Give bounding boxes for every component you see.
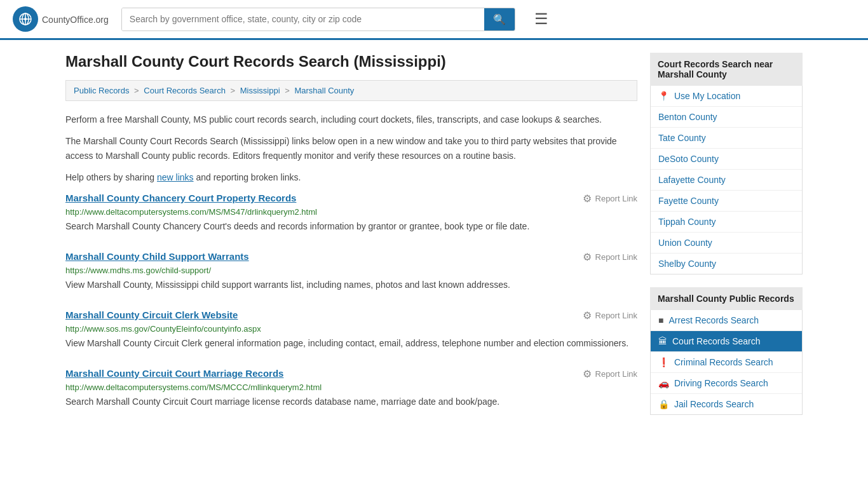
result-url: http://www.deltacomputersystems.com/MS/M… bbox=[65, 207, 637, 217]
result-item: Marshall County Child Support Warrants ⚙… bbox=[65, 251, 637, 292]
jail-records-link[interactable]: Jail Records Search bbox=[674, 399, 754, 409]
public-records-header: Marshall County Public Records bbox=[650, 287, 803, 310]
sidebar-item-fayette[interactable]: Fayette County bbox=[651, 191, 802, 212]
content-area: Marshall County Court Records Search (Mi… bbox=[65, 53, 637, 428]
breadcrumb-marshall-county[interactable]: Marshall County bbox=[294, 86, 354, 95]
search-icon: 🔍 bbox=[493, 14, 506, 25]
sidebar-item-lafayette[interactable]: Lafayette County bbox=[651, 170, 802, 191]
report-link[interactable]: ⚙ Report Link bbox=[583, 309, 637, 322]
result-url: http://www.sos.ms.gov/CountyEleinfo/coun… bbox=[65, 324, 637, 334]
new-links-link[interactable]: new links bbox=[157, 172, 194, 182]
sidebar-item-arrest-records[interactable]: ■ Arrest Records Search bbox=[651, 310, 802, 331]
site-header: CountyOffice.org 🔍 ☰ bbox=[0, 0, 868, 40]
page-title: Marshall County Court Records Search (Mi… bbox=[65, 53, 637, 71]
report-icon: ⚙ bbox=[583, 193, 592, 205]
driving-records-icon: 🚗 bbox=[658, 378, 669, 388]
criminal-records-icon: ❗ bbox=[658, 357, 669, 367]
result-item: Marshall County Chancery Court Property … bbox=[65, 193, 637, 233]
logo-text: CountyOffice.org bbox=[42, 13, 109, 26]
nearby-section: Court Records Search near Marshall Count… bbox=[650, 53, 803, 274]
sidebar-item-criminal-records[interactable]: ❗ Criminal Records Search bbox=[651, 352, 802, 373]
result-url: https://www.mdhs.ms.gov/child-support/ bbox=[65, 266, 637, 275]
tippah-county-link[interactable]: Tippah County bbox=[658, 217, 716, 227]
result-item: Marshall County Circuit Court Marriage R… bbox=[65, 368, 637, 409]
report-icon: ⚙ bbox=[583, 368, 592, 380]
report-link[interactable]: ⚙ Report Link bbox=[583, 193, 637, 205]
main-container: Marshall County Court Records Search (Mi… bbox=[53, 40, 815, 440]
nearby-list: 📍 Use My Location Benton County Tate Cou… bbox=[650, 86, 803, 274]
description-1: Perform a free Marshall County, MS publi… bbox=[65, 112, 637, 126]
report-icon: ⚙ bbox=[583, 251, 592, 263]
union-county-link[interactable]: Union County bbox=[658, 238, 712, 248]
report-link[interactable]: ⚙ Report Link bbox=[583, 251, 637, 263]
search-bar[interactable]: 🔍 bbox=[121, 8, 515, 31]
public-records-section: Marshall County Public Records ■ Arrest … bbox=[650, 287, 803, 415]
fayette-county-link[interactable]: Fayette County bbox=[658, 196, 719, 206]
arrest-records-icon: ■ bbox=[658, 315, 663, 325]
court-records-link[interactable]: Court Records Search bbox=[672, 336, 761, 346]
result-title[interactable]: Marshall County Chancery Court Property … bbox=[65, 193, 296, 203]
court-records-icon: 🏛 bbox=[658, 336, 667, 346]
driving-records-link[interactable]: Driving Records Search bbox=[674, 378, 768, 388]
result-title[interactable]: Marshall County Circuit Clerk Website bbox=[65, 309, 238, 320]
criminal-records-link[interactable]: Criminal Records Search bbox=[674, 357, 773, 367]
sidebar-item-desoto[interactable]: DeSoto County bbox=[651, 149, 802, 170]
result-item: Marshall County Circuit Clerk Website ⚙ … bbox=[65, 309, 637, 350]
logo-icon bbox=[13, 6, 38, 32]
sidebar-item-shelby[interactable]: Shelby County bbox=[651, 254, 802, 274]
sidebar-item-benton[interactable]: Benton County bbox=[651, 107, 802, 128]
nearby-header: Court Records Search near Marshall Count… bbox=[650, 53, 803, 86]
breadcrumb-court-records[interactable]: Court Records Search bbox=[144, 86, 226, 95]
search-button[interactable]: 🔍 bbox=[484, 8, 515, 30]
breadcrumb-mississippi[interactable]: Mississippi bbox=[240, 86, 280, 95]
description-3: Help others by sharing new links and rep… bbox=[65, 170, 637, 184]
sidebar-item-tate[interactable]: Tate County bbox=[651, 128, 802, 149]
report-icon: ⚙ bbox=[583, 309, 592, 322]
jail-records-icon: 🔒 bbox=[658, 399, 669, 409]
result-description: View Marshall County, Mississippi child … bbox=[65, 278, 637, 292]
benton-county-link[interactable]: Benton County bbox=[658, 112, 717, 122]
tate-county-link[interactable]: Tate County bbox=[658, 133, 706, 143]
sidebar-item-tippah[interactable]: Tippah County bbox=[651, 212, 802, 233]
sidebar: Court Records Search near Marshall Count… bbox=[650, 53, 803, 428]
use-my-location-label[interactable]: Use My Location bbox=[674, 91, 740, 101]
sidebar-item-court-records[interactable]: 🏛 Court Records Search bbox=[651, 331, 802, 352]
result-title[interactable]: Marshall County Child Support Warrants bbox=[65, 251, 249, 262]
use-my-location-item[interactable]: 📍 Use My Location bbox=[651, 86, 802, 107]
report-link[interactable]: ⚙ Report Link bbox=[583, 368, 637, 380]
result-title[interactable]: Marshall County Circuit Court Marriage R… bbox=[65, 368, 283, 379]
search-input[interactable] bbox=[122, 8, 484, 30]
result-description: Search Marshall County Circuit Court mar… bbox=[65, 395, 637, 409]
arrest-records-link[interactable]: Arrest Records Search bbox=[668, 315, 759, 325]
result-description: View Marshall County Circuit Clerk gener… bbox=[65, 337, 637, 350]
sidebar-item-jail-records[interactable]: 🔒 Jail Records Search bbox=[651, 394, 802, 414]
shelby-county-link[interactable]: Shelby County bbox=[658, 259, 716, 269]
result-description: Search Marshall County Chancery Court's … bbox=[65, 220, 637, 233]
breadcrumb-public-records[interactable]: Public Records bbox=[74, 86, 129, 95]
sidebar-item-union[interactable]: Union County bbox=[651, 233, 802, 254]
result-url: http://www.deltacomputersystems.com/MS/M… bbox=[65, 383, 637, 392]
location-icon: 📍 bbox=[658, 91, 669, 101]
desoto-county-link[interactable]: DeSoto County bbox=[658, 154, 719, 164]
hamburger-menu[interactable]: ☰ bbox=[534, 10, 548, 28]
logo[interactable]: CountyOffice.org bbox=[13, 6, 109, 32]
sidebar-item-driving-records[interactable]: 🚗 Driving Records Search bbox=[651, 373, 802, 394]
svg-point-5 bbox=[24, 18, 27, 20]
lafayette-county-link[interactable]: Lafayette County bbox=[658, 175, 726, 185]
public-records-list: ■ Arrest Records Search 🏛 Court Records … bbox=[650, 310, 803, 415]
breadcrumb: Public Records > Court Records Search > … bbox=[65, 80, 637, 101]
description-2: The Marshall County Court Records Search… bbox=[65, 134, 637, 163]
